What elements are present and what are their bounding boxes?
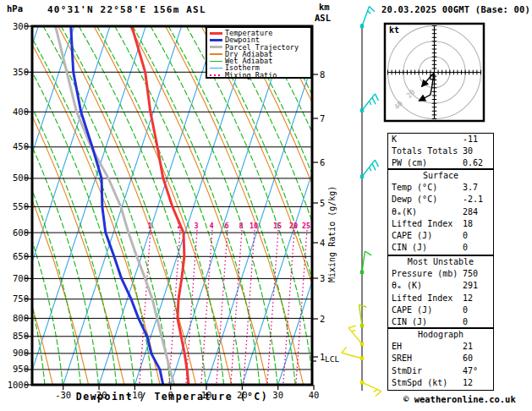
table-row-label: StmSpd (kt) [392, 377, 463, 389]
mixing-ratio-label: 1 [147, 222, 151, 230]
table-row-label: CAPE (J) [392, 230, 463, 242]
mixing-ratio-label: 10 [250, 222, 258, 230]
km-tick-label: 3 [320, 273, 325, 283]
isotherm-lines [0, 26, 432, 385]
table-row: CIN (J)0 [388, 316, 493, 328]
mixing-ratio-label: 6 [224, 222, 228, 230]
wind-barb [342, 347, 364, 360]
table-row-value: 12 [463, 293, 473, 304]
table-row: Lifted Index12 [388, 293, 493, 304]
mixing-ratio-label: 4 [209, 222, 213, 230]
lcl-label: LCL [325, 354, 339, 364]
table-row-value: 30 [463, 145, 473, 157]
legend-swatch-isotherm [210, 68, 222, 68]
table-row: CAPE (J)0 [388, 230, 493, 242]
km-tick-label: 8 [320, 69, 325, 79]
mixing-ratio-label: 15 [273, 222, 282, 230]
table-row-label: SREH [392, 353, 463, 364]
km-tick-label: 6 [320, 157, 325, 167]
table-row-value: 60 [463, 353, 473, 364]
legend-swatch-mixing-ratio [210, 74, 222, 76]
table-row-label: CIN (J) [392, 242, 463, 254]
legend-swatch-parcel-trajectory [210, 46, 222, 48]
pressure-tick-label: 500 [13, 173, 29, 183]
table-row: Pressure (mb)750 [388, 268, 493, 280]
pressure-tick-label: 400 [13, 107, 29, 117]
legend-label: Mixing Ratio [225, 72, 277, 79]
pressure-tick-label: 600 [13, 227, 29, 238]
table-row: PW (cm)0.62 [388, 157, 493, 169]
table-row: StmSpd (kt)12 [388, 377, 493, 389]
table-row: Temp (°C)3.7 [388, 182, 493, 194]
table-row-label: θₑ(K) [392, 206, 463, 218]
table-row-value: -11 [463, 134, 478, 145]
mixing-ratio-lines [140, 230, 307, 383]
table-section-surface: SurfaceTemp (°C)3.7Dewp (°C)-2.1θₑ(K)284… [387, 169, 494, 255]
table-row-value: 12 [463, 377, 473, 389]
sounding-page: 1234681015202530035040045050055060065070… [0, 0, 532, 411]
table-row-label: CAPE (J) [392, 304, 463, 316]
table-row-value: 750 [463, 268, 478, 280]
pressure-tick-label: 800 [13, 313, 29, 323]
table-row-label: Lifted Index [392, 218, 463, 230]
pressure-tick-label: 700 [13, 273, 29, 283]
table-row: Lifted Index18 [388, 218, 493, 230]
temp-axis-label: Dewpoint / Temperature (°C) [32, 391, 312, 403]
table-row-label: Temp (°C) [392, 182, 463, 194]
mixing-ratio-label: 20 [289, 222, 298, 230]
table-row-value: 0.62 [463, 157, 483, 169]
table-row-value: 0 [463, 230, 468, 242]
wind-barb [348, 326, 364, 346]
table-row-value: 3.7 [463, 182, 478, 194]
hodograph: 2040 [385, 24, 484, 121]
table-row: CAPE (J)0 [388, 304, 493, 316]
mixing-ratio-label: 3 [194, 222, 198, 230]
pressure-tick-label: 850 [13, 331, 29, 341]
mixing-ratio-label: 25 [302, 222, 310, 230]
table-row-label: EH [392, 341, 463, 353]
pressure-tick-label: 900 [13, 348, 29, 358]
pressure-gridlines [32, 72, 312, 370]
wet-adiabat-lines [0, 26, 420, 385]
mixing-ratio-labels: 12346810152025 [147, 222, 310, 230]
hodograph-unit-label: kt [389, 25, 399, 35]
table-row-value: 291 [463, 280, 478, 292]
table-row-label: K [392, 134, 463, 145]
legend-swatch-dry-adiabat [210, 53, 222, 54]
table-row-value: -2.1 [463, 194, 483, 206]
table-row-value: 0 [463, 316, 468, 328]
legend-swatch-wet-adiabat [210, 61, 222, 62]
pressure-tick-label: 950 [13, 364, 29, 374]
table-section: K-11Totals Totals30PW (cm)0.62 [387, 133, 494, 169]
wind-barb [359, 304, 367, 327]
wind-barb [360, 94, 379, 112]
mixing-ratio-axis-label: Mixing Ratio (g/kg) [327, 186, 337, 282]
table-row: StmDir47° [388, 365, 493, 377]
table-row: SREH60 [388, 353, 493, 364]
pressure-axis: 3003504004505005506006507007508008509009… [8, 21, 32, 390]
pressure-tick-label: 300 [13, 21, 29, 31]
table-row-label: Pressure (mb) [392, 268, 463, 280]
legend: TemperatureDewpointParcel TrajectoryDry … [206, 26, 312, 79]
table-section-hodograph: HodographEH21SREH60StmDir47°StmSpd (kt)1… [387, 328, 494, 391]
table-row-value: 47° [463, 365, 478, 377]
mixing-ratio-label: 8 [239, 222, 243, 230]
copyright: © weatheronline.co.uk [403, 394, 516, 404]
wind-barb [360, 160, 379, 178]
pressure-tick-label: 350 [13, 67, 29, 77]
table-row-value: 284 [463, 206, 478, 218]
legend-swatch-temperature [210, 32, 222, 35]
legend-swatch-dewpoint [210, 39, 222, 41]
pressure-tick-label: 450 [13, 141, 29, 151]
table-section-header: Most Unstable [388, 256, 493, 268]
pressure-tick-label: 550 [13, 201, 29, 211]
pressure-tick-label: 1000 [8, 380, 29, 390]
pressure-tick-label: 750 [13, 293, 29, 304]
table-row-label: θₑ (K) [392, 280, 463, 292]
table-row: CIN (J)0 [388, 242, 493, 254]
km-tick-label: 5 [320, 198, 325, 208]
table-row-label: StmDir [392, 365, 463, 377]
table-row-value: 0 [463, 242, 468, 254]
table-section-header: Surface [388, 170, 493, 182]
table-section-most-unstable: Most UnstablePressure (mb)750θₑ (K)291Li… [387, 255, 494, 328]
